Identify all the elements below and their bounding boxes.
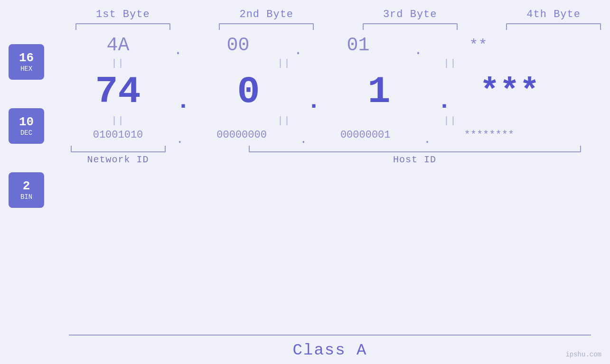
hex-cell-4: ** [413,37,544,54]
badge-hex-label: HEX [20,65,32,73]
byte-label-4: 4th Byte [526,9,581,20]
bin-cell-4: ******** [424,129,554,141]
eq-cell-4: || [551,58,610,69]
byte-col-1: 1st Byte [66,9,179,30]
hex-cell-2: 00 [173,35,303,56]
data-grid: 4A . 00 . 01 . ** || [53,35,610,165]
byte-label-1: 1st Byte [96,9,150,20]
bin-row: 01001010 . 00000000 . 00000001 . *******… [53,128,610,142]
dec-value-1: 74 [95,70,141,113]
bracket-top-4 [506,23,601,30]
eq2-cell-1: || [53,115,183,126]
dec-value-4: *** [480,73,540,111]
badge-dec: 10 DEC [9,108,44,144]
eq-cell-2: || [219,58,349,69]
dec-cell-3: 1 [314,70,444,113]
bracket-bottom-host [249,146,581,152]
bin-value-2: 00000000 [216,129,267,141]
host-id-label: Host ID [393,154,436,165]
hex-value-4: ** [469,37,487,54]
byte-col-4: 4th Byte [497,9,610,30]
bracket-top-1 [75,23,170,30]
eq-cell-1: || [53,58,183,69]
equals-2-1: || [111,115,124,126]
eq-cell-3: || [385,58,516,69]
badge-bin: 2 BIN [9,172,44,208]
class-label: Class A [293,341,367,359]
badge-dec-label: DEC [20,129,32,137]
main-container: 1st Byte 2nd Byte 3rd Byte 4th Byte 16 H… [0,0,610,364]
header-row: 1st Byte 2nd Byte 3rd Byte 4th Byte [66,0,610,30]
badge-dec-number: 10 [19,116,34,128]
hex-value-2: 00 [227,35,250,56]
equals-1-1: || [111,58,124,69]
bin-cell-3: 00000001 [300,129,431,141]
eq2-cell-2: || [219,115,349,126]
equals-2-2: || [277,115,291,126]
badges-column: 16 HEX 10 DEC 2 BIN [0,35,53,208]
hex-cell-1: 4A [53,35,183,56]
eq2-cell-3: || [385,115,516,126]
dec-row: 74 . 0 . 1 . *** [53,70,610,113]
dec-value-3: 1 [368,70,391,113]
badge-hex: 16 HEX [9,44,44,80]
badge-hex-number: 16 [19,52,34,64]
badge-bin-number: 2 [23,180,30,192]
bracket-top-2 [219,23,314,30]
dec-value-2: 0 [237,70,260,113]
byte-col-2: 2nd Byte [210,9,323,30]
hex-row: 4A . 00 . 01 . ** [53,35,610,56]
dec-cell-1: 74 [53,70,183,113]
dec-cell-4: *** [444,73,575,111]
hex-value-1: 4A [106,35,129,56]
badge-bin-label: BIN [20,193,32,201]
byte-label-3: 3rd Byte [383,9,437,20]
byte-label-2: 2nd Byte [239,9,293,20]
bin-value-4: ******** [464,129,515,141]
eq2-cell-4: || [551,115,610,126]
equals-row-1: || || || || [53,56,610,70]
dec-cell-2: 0 [183,70,314,113]
bin-value-1: 01001010 [93,129,143,141]
equals-1-2: || [277,58,291,69]
equals-2-3: || [443,115,457,126]
bin-cell-1: 01001010 [53,129,183,141]
equals-1-3: || [443,58,457,69]
bin-value-3: 00000001 [340,129,391,141]
byte-col-3: 3rd Byte [354,9,467,30]
class-section: Class A [69,335,591,364]
bin-cell-2: 00000000 [177,129,307,141]
bracket-bottom-network [71,146,166,152]
watermark: ipshu.com [565,351,601,358]
bracket-top-3 [363,23,458,30]
hex-cell-3: 01 [293,35,423,56]
network-id-label: Network ID [87,154,149,165]
hex-value-3: 01 [347,35,370,56]
equals-row-2: || || || || [53,113,610,128]
